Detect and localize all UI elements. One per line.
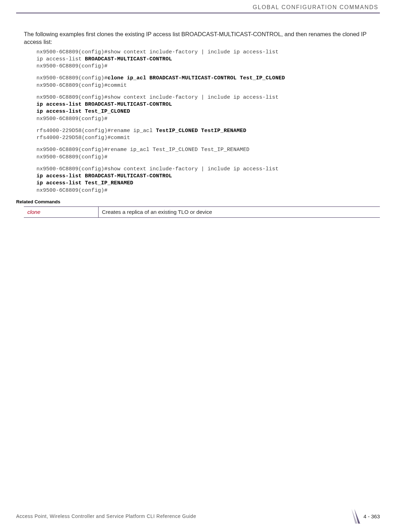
footer-page-number: 4 - 363 bbox=[363, 513, 380, 519]
code-line: nx9500-6C8809(config)#rename ip_acl Test… bbox=[36, 147, 249, 153]
code-block-2: nx9500-6C8809(config)#clone ip_acl BROAD… bbox=[36, 75, 380, 89]
code-line: ip access-list bbox=[36, 56, 85, 62]
code-block-4: rfs4000-229D58(config)#rename ip_acl Tes… bbox=[36, 127, 380, 142]
page-header: GLOBAL CONFIGURATION COMMANDS bbox=[16, 0, 380, 11]
related-command-desc: Creates a replica of an existing TLO or … bbox=[98, 206, 380, 217]
page-footer: Access Point, Wireless Controller and Se… bbox=[16, 509, 380, 524]
page-content: The following examples first clones the … bbox=[16, 30, 380, 218]
code-bold: ip access-list BROADCAST-MULTICAST-CONTR… bbox=[36, 101, 172, 107]
code-bold: TestIP_CLONED TestIP_RENAMED bbox=[156, 128, 246, 134]
code-line: nx9500-6C8809(config)#commit bbox=[36, 83, 127, 88]
code-bold: BROADCAST-MULTICAST-CONTROL bbox=[85, 56, 172, 62]
code-line: rfs4000-229D58(config)#rename ip_acl bbox=[36, 128, 156, 134]
header-rule bbox=[16, 13, 380, 13]
code-bold: clone ip_acl BROADCAST-MULTICAST-CONTROL… bbox=[107, 75, 285, 81]
code-block-5: nx9500-6C8809(config)#rename ip_acl Test… bbox=[36, 146, 380, 161]
code-line: nx9500-6C8809(config)#show context inclu… bbox=[36, 94, 278, 100]
code-line: nx9500-6C8809(config)# bbox=[36, 188, 107, 193]
related-commands-heading: Related Commands bbox=[16, 199, 380, 204]
related-command-name: clone bbox=[24, 206, 98, 217]
code-line: nx9500-6C8809(config)# bbox=[36, 63, 107, 69]
code-bold: ip access-list Test_IP_RENAMED bbox=[36, 180, 133, 186]
code-bold: ip access-list BROADCAST-MULTICAST-CONTR… bbox=[36, 173, 172, 179]
header-section-title: GLOBAL CONFIGURATION COMMANDS bbox=[16, 4, 378, 11]
code-block-3: nx9500-6C8809(config)#show context inclu… bbox=[36, 94, 380, 123]
intro-paragraph: The following examples first clones the … bbox=[24, 30, 380, 46]
code-line: nx9500-6C8809(config)# bbox=[36, 154, 107, 160]
footer-doc-title: Access Point, Wireless Controller and Se… bbox=[16, 513, 196, 519]
table-row: clone Creates a replica of an existing T… bbox=[24, 206, 380, 217]
code-bold: ip access-list Test_IP_CLONED bbox=[36, 109, 130, 114]
code-block-6: nx9500-6C8809(config)#show context inclu… bbox=[36, 166, 380, 194]
code-line: nx9500-6C8809(config)# bbox=[36, 116, 107, 122]
code-line: nx9500-6C8809(config)#show context inclu… bbox=[36, 49, 278, 55]
page: GLOBAL CONFIGURATION COMMANDS The follow… bbox=[0, 0, 396, 532]
code-line: nx9500-6C8809(config)# bbox=[36, 75, 107, 81]
footer-wedge-icon bbox=[353, 509, 360, 524]
code-block-1: nx9500-6C8809(config)#show context inclu… bbox=[36, 49, 380, 70]
code-line: rfs4000-229D58(config)#commit bbox=[36, 135, 130, 141]
footer-right: 4 - 363 bbox=[353, 509, 380, 524]
related-commands-table: clone Creates a replica of an existing T… bbox=[24, 206, 380, 218]
code-line: nx9500-6C8809(config)#show context inclu… bbox=[36, 166, 278, 172]
